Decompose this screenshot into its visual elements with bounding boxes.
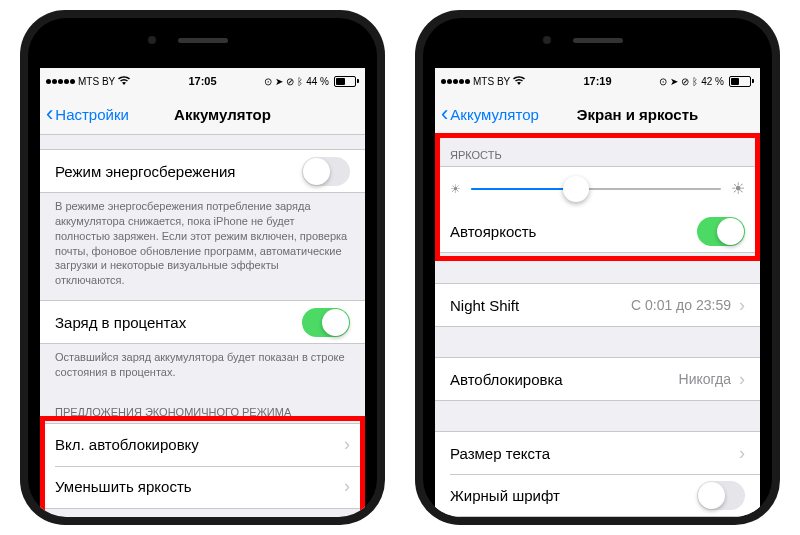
phone-speaker bbox=[573, 38, 623, 43]
phone-right: MTS BY 17:19 ⊙ ➤ ⊘ ᛒ 42 % bbox=[415, 10, 780, 525]
bluetooth-icon: ᛒ bbox=[297, 76, 303, 87]
cell-label: Уменьшить яркость bbox=[55, 478, 192, 495]
wifi-icon bbox=[118, 76, 130, 87]
back-label: Аккумулятор bbox=[450, 106, 539, 123]
bluetooth-icon: ᛒ bbox=[692, 76, 698, 87]
back-label: Настройки bbox=[55, 106, 129, 123]
back-button[interactable]: ‹ Аккумулятор bbox=[441, 103, 539, 125]
back-button[interactable]: ‹ Настройки bbox=[46, 103, 129, 125]
phone-left: MTS BY 17:05 ⊙ ➤ ⊘ ᛒ 44 % bbox=[20, 10, 385, 525]
chevron-right-icon: › bbox=[344, 476, 350, 497]
auto-brightness-toggle[interactable] bbox=[697, 217, 745, 246]
autolock-label: Автоблокировка bbox=[450, 371, 563, 388]
alarm-icon: ⊙ bbox=[264, 76, 272, 87]
carrier-label: MTS BY bbox=[473, 76, 510, 87]
suggestion-brightness[interactable]: Уменьшить яркость › bbox=[40, 466, 365, 508]
auto-brightness-row[interactable]: Автояркость bbox=[435, 210, 760, 252]
battery-icon bbox=[727, 76, 754, 87]
usage-header: ИСПОЛЬЗОВАНИЕ АККУМУЛЯТОРА bbox=[40, 509, 365, 517]
bold-text-row[interactable]: Жирный шрифт bbox=[435, 474, 760, 516]
night-shift-row[interactable]: Night Shift С 0:01 до 23:59 › bbox=[435, 284, 760, 326]
status-time: 17:05 bbox=[188, 75, 216, 87]
night-shift-value: С 0:01 до 23:59 bbox=[631, 297, 731, 313]
status-bar: MTS BY 17:19 ⊙ ➤ ⊘ ᛒ 42 % bbox=[435, 68, 760, 94]
text-size-label: Размер текста bbox=[450, 445, 550, 462]
auto-brightness-label: Автояркость bbox=[450, 223, 536, 240]
chevron-right-icon: › bbox=[739, 369, 745, 390]
nav-bar: ‹ Настройки Аккумулятор bbox=[40, 94, 365, 135]
battery-percent: 42 % bbox=[701, 76, 724, 87]
location-icon: ➤ bbox=[670, 76, 678, 87]
bold-text-label: Жирный шрифт bbox=[450, 487, 560, 504]
cell-label: Вкл. автоблокировку bbox=[55, 436, 199, 453]
signal-icon bbox=[46, 79, 75, 84]
screen-right: MTS BY 17:19 ⊙ ➤ ⊘ ᛒ 42 % bbox=[435, 68, 760, 517]
chevron-left-icon: ‹ bbox=[441, 103, 448, 125]
dnd-icon: ⊘ bbox=[286, 76, 294, 87]
phone-speaker bbox=[178, 38, 228, 43]
power-save-label: Режим энергосбережения bbox=[55, 163, 235, 180]
sun-high-icon: ☀ bbox=[731, 179, 745, 198]
power-save-row[interactable]: Режим энергосбережения bbox=[40, 150, 365, 192]
percent-label: Заряд в процентах bbox=[55, 314, 186, 331]
brightness-header: ЯРКОСТЬ bbox=[435, 135, 760, 166]
wifi-icon bbox=[513, 76, 525, 87]
signal-icon bbox=[441, 79, 470, 84]
percent-footer: Оставшийся заряд аккумулятора будет пока… bbox=[40, 344, 365, 392]
power-save-toggle[interactable] bbox=[302, 157, 350, 186]
screen-left: MTS BY 17:05 ⊙ ➤ ⊘ ᛒ 44 % bbox=[40, 68, 365, 517]
dnd-icon: ⊘ bbox=[681, 76, 689, 87]
text-size-row[interactable]: Размер текста › bbox=[435, 432, 760, 474]
chevron-right-icon: › bbox=[739, 443, 745, 464]
brightness-slider[interactable] bbox=[471, 188, 721, 190]
chevron-right-icon: › bbox=[344, 434, 350, 455]
sun-low-icon: ☀ bbox=[450, 182, 461, 196]
phone-camera bbox=[148, 36, 156, 44]
suggestions-header: ПРЕДЛОЖЕНИЯ ЭКОНОМИЧНОГО РЕЖИМА bbox=[40, 392, 365, 423]
alarm-icon: ⊙ bbox=[659, 76, 667, 87]
slider-thumb[interactable] bbox=[563, 176, 589, 202]
location-icon: ➤ bbox=[275, 76, 283, 87]
chevron-left-icon: ‹ bbox=[46, 103, 53, 125]
phone-camera bbox=[543, 36, 551, 44]
nav-bar: ‹ Аккумулятор Экран и яркость bbox=[435, 94, 760, 135]
bold-text-toggle[interactable] bbox=[697, 481, 745, 510]
percent-row[interactable]: Заряд в процентах bbox=[40, 301, 365, 343]
carrier-label: MTS BY bbox=[78, 76, 115, 87]
battery-percent: 44 % bbox=[306, 76, 329, 87]
status-time: 17:19 bbox=[583, 75, 611, 87]
brightness-slider-row: ☀ ☀ bbox=[435, 167, 760, 210]
power-save-footer: В режиме энергосбережения потребление за… bbox=[40, 193, 365, 300]
night-shift-label: Night Shift bbox=[450, 297, 519, 314]
suggestion-autolock[interactable]: Вкл. автоблокировку › bbox=[40, 424, 365, 466]
battery-icon bbox=[332, 76, 359, 87]
status-bar: MTS BY 17:05 ⊙ ➤ ⊘ ᛒ 44 % bbox=[40, 68, 365, 94]
autolock-value: Никогда bbox=[679, 371, 731, 387]
chevron-right-icon: › bbox=[739, 295, 745, 316]
autolock-row[interactable]: Автоблокировка Никогда › bbox=[435, 358, 760, 400]
percent-toggle[interactable] bbox=[302, 308, 350, 337]
